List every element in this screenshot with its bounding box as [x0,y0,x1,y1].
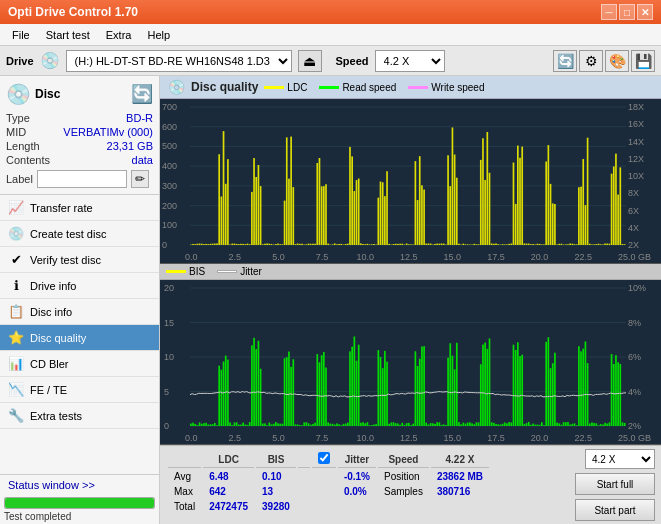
sidebar-item-fe-te[interactable]: 📉 FE / TE [0,377,159,403]
speed-label: Speed [336,55,369,67]
col-header-ldc: LDC [203,451,254,468]
disc-header: 💿 Disc 🔄 [6,82,153,106]
legend-jitter: Jitter [217,266,262,277]
content-header: 💿 Disc quality LDC Read speed Write spee… [160,76,661,99]
refresh-icon[interactable]: 🔄 [553,50,577,72]
menu-start-test[interactable]: Start test [38,27,98,43]
type-key: Type [6,112,30,124]
charts-container: BIS Jitter [160,99,661,445]
disc-refresh-icon[interactable]: 🔄 [131,83,153,105]
speed-select[interactable]: 4.2 X [375,50,445,72]
sidebar-item-label: Create test disc [30,228,106,240]
contents-key: Contents [6,154,50,166]
legend-jitter-label: Jitter [240,266,262,277]
drive-select[interactable]: (H:) HL-DT-ST BD-RE WH16NS48 1.D3 [66,50,292,72]
status-section: Status window >> Test completed [0,474,159,524]
maximize-button[interactable]: □ [619,4,635,20]
sidebar-item-drive-info[interactable]: ℹ Drive info [0,273,159,299]
disc-label-row: Label ✏ [6,170,153,188]
position-label: Position [378,470,429,483]
sidebar-item-extra-tests[interactable]: 🔧 Extra tests [0,403,159,429]
sidebar-item-disc-info[interactable]: 📋 Disc info [0,299,159,325]
content-title: Disc quality [191,80,258,94]
minimize-button[interactable]: ─ [601,4,617,20]
total-label: Total [168,500,201,513]
extra-tests-icon: 🔧 [8,408,24,423]
sidebar-item-label: Disc quality [30,332,86,344]
sidebar-item-label: Verify test disc [30,254,101,266]
disc-section-title: Disc [35,87,60,101]
stats-max-row: Max 642 13 0.0% Samples 380716 [168,485,489,498]
eject-button[interactable]: ⏏ [298,50,322,72]
sidebar-nav: 📈 Transfer rate 💿 Create test disc ✔ Ver… [0,195,159,474]
position-val: 23862 MB [431,470,489,483]
sidebar-item-create-test-disc[interactable]: 💿 Create test disc [0,221,159,247]
disc-info-icon: 📋 [8,304,24,319]
legend-read-speed: Read speed [319,82,396,93]
drive-icon: 💿 [40,51,60,70]
avg-ldc: 6.48 [203,470,254,483]
label-input[interactable] [37,170,127,188]
sidebar-item-verify-test-disc[interactable]: ✔ Verify test disc [0,247,159,273]
legend-write-speed: Write speed [408,82,484,93]
status-window-button[interactable]: Status window >> [0,474,159,495]
speed-dropdown[interactable]: 4.2 X [585,449,655,469]
legend-ldc: LDC [264,82,307,93]
mid-val: VERBATIMv (000) [63,126,153,138]
legend-ldc-color [264,86,284,89]
disc-icon: 💿 [6,82,31,106]
jitter-checkbox[interactable] [318,452,330,464]
legend-bis-label: BIS [189,266,205,277]
avg-jitter: -0.1% [338,470,376,483]
progress-bar [4,497,155,509]
create-test-disc-icon: 💿 [8,226,24,241]
col-header-speed-val: 4.22 X [431,451,489,468]
sidebar-item-label: CD Bler [30,358,69,370]
sidebar-item-cd-bler[interactable]: 📊 CD Bler [0,351,159,377]
max-label: Max [168,485,201,498]
menu-extra[interactable]: Extra [98,27,140,43]
stats-table: LDC BIS Jitter Speed 4.22 X Avg 6.48 0.1… [166,449,491,515]
samples-val: 380716 [431,485,489,498]
start-full-button[interactable]: Start full [575,473,655,495]
col-header-speed-label: Speed [378,451,429,468]
color-icon[interactable]: 🎨 [605,50,629,72]
cd-bler-icon: 📊 [8,356,24,371]
legend-ldc-label: LDC [287,82,307,93]
legend-write-speed-label: Write speed [431,82,484,93]
sidebar-item-label: FE / TE [30,384,67,396]
label-key: Label [6,173,33,185]
legend-bis-color [166,270,186,273]
right-controls: 4.2 X Start full Start part [575,449,655,521]
length-key: Length [6,140,40,152]
sidebar-item-label: Drive info [30,280,76,292]
sidebar-item-label: Extra tests [30,410,82,422]
sidebar-item-disc-quality[interactable]: ⭐ Disc quality [0,325,159,351]
stats-total-row: Total 2472475 39280 [168,500,489,513]
menu-file[interactable]: File [4,27,38,43]
settings-icon[interactable]: ⚙ [579,50,603,72]
max-ldc: 642 [203,485,254,498]
max-bis: 13 [256,485,296,498]
titlebar: Opti Drive Control 1.70 ─ □ ✕ [0,0,661,24]
save-icon[interactable]: 💾 [631,50,655,72]
disc-quality-icon: ⭐ [8,330,24,345]
menu-help[interactable]: Help [139,27,178,43]
total-bis: 39280 [256,500,296,513]
legend-read-speed-color [319,86,339,89]
chart-ldc [160,99,661,264]
legend-read-speed-label: Read speed [342,82,396,93]
col-header-empty [168,451,201,468]
close-button[interactable]: ✕ [637,4,653,20]
col-header-jitter-check [312,451,336,468]
col-header-bis: BIS [256,451,296,468]
sidebar-item-label: Disc info [30,306,72,318]
drive-label: Drive [6,55,34,67]
type-val: BD-R [126,112,153,124]
label-edit-button[interactable]: ✏ [131,170,149,188]
max-jitter: 0.0% [338,485,376,498]
transfer-rate-icon: 📈 [8,200,24,215]
start-part-button[interactable]: Start part [575,499,655,521]
status-text: Test completed [0,511,159,524]
sidebar-item-transfer-rate[interactable]: 📈 Transfer rate [0,195,159,221]
